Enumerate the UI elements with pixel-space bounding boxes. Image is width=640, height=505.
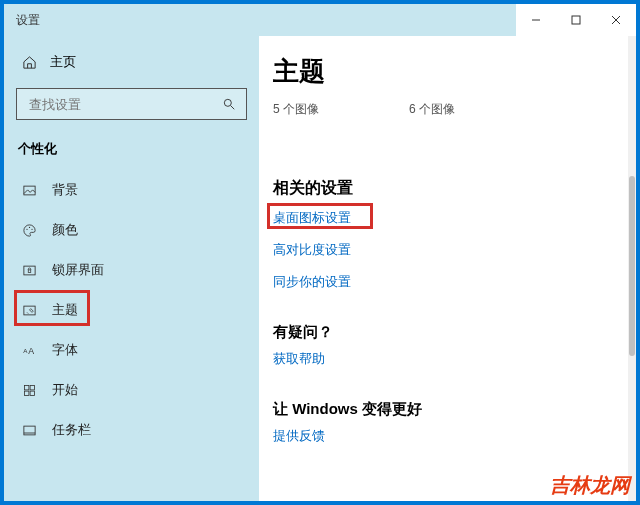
svg-rect-16 xyxy=(30,385,34,389)
page-title: 主题 xyxy=(273,54,622,89)
svg-rect-1 xyxy=(572,16,580,24)
lock-icon xyxy=(22,263,38,278)
image-count-left: 5 个图像 xyxy=(273,101,319,118)
svg-point-7 xyxy=(26,228,27,229)
sidebar-item-label: 字体 xyxy=(52,341,78,359)
image-icon xyxy=(22,183,38,198)
svg-rect-18 xyxy=(30,391,34,395)
sidebar-category: 个性化 xyxy=(4,130,259,166)
theme-icon xyxy=(22,303,38,318)
help-heading: 有疑问？ xyxy=(273,323,622,342)
svg-point-9 xyxy=(31,228,32,229)
sidebar-home[interactable]: 主页 xyxy=(4,42,259,82)
scrollbar[interactable] xyxy=(628,36,636,501)
maximize-button[interactable] xyxy=(556,4,596,36)
sidebar-item-label: 背景 xyxy=(52,181,78,199)
svg-rect-10 xyxy=(24,266,35,275)
svg-point-8 xyxy=(29,226,30,227)
titlebar: 设置 xyxy=(4,4,636,36)
font-icon: AA xyxy=(22,343,38,358)
search-input[interactable] xyxy=(27,96,197,113)
sidebar-item-label: 主题 xyxy=(52,301,78,319)
sidebar-item-label: 锁屏界面 xyxy=(52,261,104,279)
svg-rect-11 xyxy=(28,269,31,272)
start-icon xyxy=(22,383,38,398)
related-settings-heading: 相关的设置 xyxy=(273,178,622,199)
sidebar: 主页 个性化 背景 颜色 xyxy=(4,36,259,501)
svg-rect-15 xyxy=(25,385,29,389)
link-sync-settings[interactable]: 同步你的设置 xyxy=(273,273,351,291)
svg-line-5 xyxy=(231,106,235,110)
sidebar-item-themes[interactable]: 主题 xyxy=(4,290,259,330)
image-count-right: 6 个图像 xyxy=(409,101,455,118)
sidebar-item-label: 开始 xyxy=(52,381,78,399)
svg-point-4 xyxy=(224,99,231,106)
svg-rect-17 xyxy=(25,391,29,395)
feedback-heading: 让 Windows 变得更好 xyxy=(273,400,622,419)
minimize-button[interactable] xyxy=(516,4,556,36)
sidebar-home-label: 主页 xyxy=(50,53,76,71)
link-desktop-icon-settings[interactable]: 桌面图标设置 xyxy=(273,209,351,227)
minimize-icon xyxy=(531,15,541,25)
maximize-icon xyxy=(571,15,581,25)
sidebar-item-label: 任务栏 xyxy=(52,421,91,439)
content-pane: 主题 5 个图像 6 个图像 相关的设置 桌面图标设置 高对比度设置 同步你的设… xyxy=(259,36,636,501)
window-controls xyxy=(516,4,636,36)
close-button[interactable] xyxy=(596,4,636,36)
sidebar-item-lockscreen[interactable]: 锁屏界面 xyxy=(4,250,259,290)
link-get-help[interactable]: 获取帮助 xyxy=(273,350,325,368)
palette-icon xyxy=(22,223,38,238)
svg-rect-12 xyxy=(24,306,35,315)
close-icon xyxy=(611,15,621,25)
svg-text:A: A xyxy=(23,347,28,354)
sidebar-item-background[interactable]: 背景 xyxy=(4,170,259,210)
home-icon xyxy=(22,55,38,70)
window-title: 设置 xyxy=(4,12,40,29)
scrollbar-thumb[interactable] xyxy=(629,176,635,356)
link-feedback[interactable]: 提供反馈 xyxy=(273,427,325,445)
search-icon xyxy=(222,97,236,111)
sidebar-item-fonts[interactable]: AA 字体 xyxy=(4,330,259,370)
sidebar-item-colors[interactable]: 颜色 xyxy=(4,210,259,250)
svg-text:A: A xyxy=(28,346,34,356)
sidebar-item-label: 颜色 xyxy=(52,221,78,239)
taskbar-icon xyxy=(22,423,38,438)
svg-rect-19 xyxy=(24,426,35,435)
watermark: 吉林龙网 xyxy=(550,472,630,499)
search-box[interactable] xyxy=(16,88,247,120)
sidebar-item-taskbar[interactable]: 任务栏 xyxy=(4,410,259,450)
link-high-contrast[interactable]: 高对比度设置 xyxy=(273,241,351,259)
sidebar-item-start[interactable]: 开始 xyxy=(4,370,259,410)
